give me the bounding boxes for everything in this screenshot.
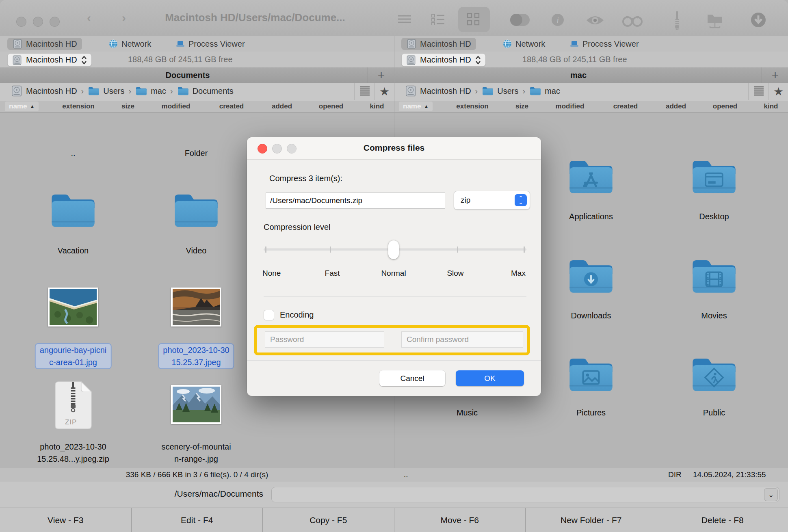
column-opened-right[interactable]: opened [713,102,737,110]
command-line-input[interactable]: ⌄ [271,487,779,502]
archive-filename-input[interactable] [266,192,445,209]
info-icon[interactable]: i [551,13,565,27]
file-item-downloads[interactable] [566,256,616,297]
menu-icon[interactable] [397,15,412,24]
file-item-desktop[interactable] [689,156,739,198]
column-created-left[interactable]: created [219,102,244,110]
drive-name: Macintosh HD [26,55,77,65]
move-f6-button[interactable]: Move - F6 [394,508,526,532]
file-item-parent[interactable]: .. [71,147,75,159]
crumb-item[interactable]: Users [103,87,124,96]
file-item-music-label[interactable]: Music [457,407,478,419]
column-name-right[interactable]: name ▲ [399,102,433,111]
file-item-label-selected[interactable]: angourie-bay-picni c-area-01.jpg [35,343,112,369]
file-item-label[interactable]: Downloads [571,309,611,322]
file-item-label-selected[interactable]: photo_2023-10-30 15.25.37.jpeg [158,343,234,369]
file-item-label[interactable]: Desktop [699,210,729,223]
favorites-star-button-right[interactable]: ★ [768,83,788,100]
cancel-button[interactable]: Cancel [379,370,445,386]
tab-macintosh-hd-left[interactable]: Macintosh HD [7,38,82,50]
tab-macintosh-hd-right[interactable]: Macintosh HD [401,38,476,50]
file-item-pictures[interactable] [566,354,616,396]
back-button[interactable]: ‹ [87,11,91,25]
new-folder-f7-button[interactable]: New Folder - F7 [526,508,657,532]
network-share-icon[interactable] [705,12,725,29]
file-item-mountain-photo[interactable] [171,385,221,424]
search-binoculars-icon[interactable] [622,13,643,27]
password-input[interactable] [265,331,384,348]
traffic-minimize-button[interactable] [33,17,43,27]
copy-f5-button[interactable]: Copy - F5 [263,508,394,532]
file-item-public[interactable] [689,354,739,396]
file-item-label[interactable]: Public [703,407,725,419]
crumb-item[interactable]: mac [151,87,166,96]
tab-process-viewer-left[interactable]: Process Viewer [171,38,250,50]
crumb-separator: › [128,87,132,96]
traffic-close-button[interactable] [16,17,26,27]
file-item-label[interactable]: scenery-of-mountai n-range-.jpg [161,441,231,465]
column-added-left[interactable]: added [272,102,292,110]
file-item-vacation[interactable] [48,190,98,231]
crumb-item[interactable]: Users [497,87,518,96]
crumb-item[interactable]: Macintosh HD [26,87,77,96]
file-item-label[interactable]: Movies [701,309,727,322]
column-size-left[interactable]: size [121,102,134,110]
view-f3-button[interactable]: View - F3 [0,508,132,532]
slider-handle[interactable] [388,240,399,259]
chevron-down-icon[interactable]: ⌄ [764,488,778,501]
crumb-item[interactable]: Documents [193,87,234,96]
column-kind-right[interactable]: kind [764,102,778,110]
column-modified-right[interactable]: modified [556,102,585,110]
list-settings-button-right[interactable] [748,83,769,100]
file-item-zip[interactable]: ZIP [52,381,95,435]
forward-button[interactable]: › [122,11,126,25]
preview-eye-icon[interactable] [586,15,604,26]
tab-network-left[interactable]: Network [104,38,156,50]
drive-select-right[interactable]: Macintosh HD [401,53,486,67]
add-tab-button-right[interactable]: + [762,67,788,83]
encoding-checkbox[interactable] [264,310,274,320]
list-settings-button-left[interactable] [354,83,375,100]
file-item-label[interactable]: photo_2023-10-30 15.25.48...y.jpeg.zip [37,441,109,465]
toggle-panes-icon[interactable] [509,13,530,27]
add-tab-button-left[interactable]: + [368,67,394,83]
edit-f4-button[interactable]: Edit - F4 [132,508,263,532]
dialog-close-button[interactable] [258,144,267,154]
ok-button[interactable]: OK [456,370,524,386]
column-opened-left[interactable]: opened [319,102,343,110]
file-item-label[interactable]: Applications [569,210,613,223]
file-item-sunset-photo[interactable] [171,288,221,327]
column-extension-left[interactable]: extension [62,102,94,110]
column-kind-left[interactable]: kind [370,102,384,110]
column-created-right[interactable]: created [613,102,638,110]
compress-zipper-icon[interactable] [671,11,683,30]
column-size-right[interactable]: size [515,102,528,110]
file-item-beach-photo[interactable] [48,288,98,327]
drive-select-left[interactable]: Macintosh HD [7,53,92,67]
confirm-password-input[interactable] [401,331,523,348]
download-icon[interactable] [750,11,767,28]
file-item-movies[interactable] [689,256,739,297]
column-extension-right[interactable]: extension [456,102,488,110]
list-view-icon[interactable] [431,14,445,25]
column-name-left[interactable]: name ▲ [5,102,39,111]
favorites-star-button-left[interactable]: ★ [374,83,394,100]
tab-process-viewer-right[interactable]: Process Viewer [565,38,644,50]
file-item-label[interactable]: Video [186,244,207,257]
file-item-video[interactable] [171,190,221,231]
file-item-folder-kind[interactable]: Folder [185,147,208,159]
crumb-item[interactable]: Macintosh HD [420,87,471,96]
file-item-applications[interactable] [566,156,616,198]
file-item-label[interactable]: Pictures [576,407,606,419]
dialog-zoom-button[interactable] [287,144,297,154]
crumb-item[interactable]: mac [545,87,560,96]
column-added-right[interactable]: added [666,102,686,110]
traffic-zoom-button[interactable] [50,17,60,27]
tab-network-right[interactable]: Network [498,38,550,50]
dialog-minimize-button[interactable] [272,144,282,154]
file-item-label[interactable]: Vacation [58,244,89,257]
format-select[interactable]: zip ⌃⌄ [454,191,530,210]
delete-f8-button[interactable]: Delete - F8 [657,508,788,532]
column-modified-left[interactable]: modified [162,102,191,110]
grid-view-button[interactable] [458,7,490,32]
